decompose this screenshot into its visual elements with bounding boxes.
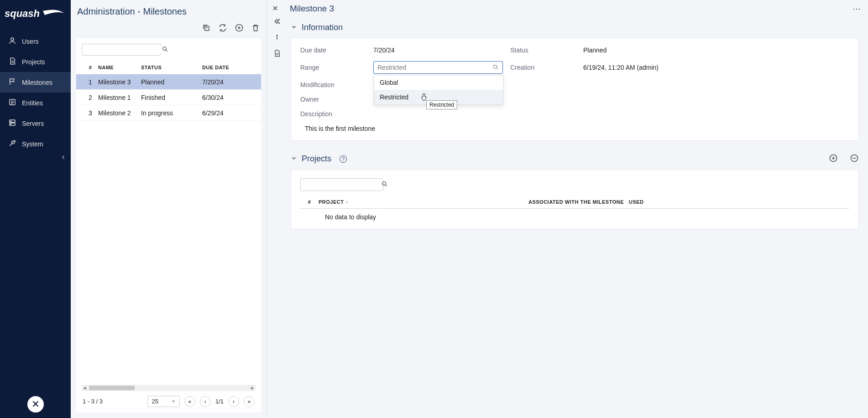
label-creation: Creation: [510, 64, 579, 71]
range-combobox[interactable]: Global Restricted: [373, 61, 503, 74]
search-input[interactable]: [304, 181, 381, 188]
sync-button[interactable]: [218, 23, 227, 34]
sidebar-item-label: Servers: [22, 120, 44, 127]
document-tab-button[interactable]: [273, 49, 281, 59]
help-icon[interactable]: ?: [340, 155, 347, 163]
pager-first-button[interactable]: «: [184, 396, 195, 407]
pager-indicator: 1/1: [215, 398, 224, 405]
pager-next-button[interactable]: ›: [228, 396, 239, 407]
svg-point-11: [494, 65, 497, 68]
label-description: Description: [300, 110, 849, 118]
col-due[interactable]: DUE DATE: [202, 65, 243, 70]
col-status[interactable]: STATUS: [141, 65, 202, 70]
col-idx[interactable]: #: [83, 65, 98, 70]
svg-point-6: [10, 124, 11, 124]
pager-range: 1 - 3 / 3: [83, 398, 103, 405]
list-icon: [8, 98, 16, 108]
detail-panel: Milestone 3 ⋯ Information Due date 7/20/…: [267, 0, 868, 418]
scrollbar-thumb[interactable]: [89, 386, 135, 390]
table-row[interactable]: 3 Milestone 2 In progress 6/29/24: [76, 105, 261, 121]
remove-project-button[interactable]: [850, 154, 859, 164]
information-card: Due date 7/20/24 Status Planned Range Gl…: [291, 38, 859, 141]
sidebar: squash Users Projects Milestones Entitie…: [0, 0, 71, 418]
sidebar-item-label: Entities: [22, 99, 43, 107]
projects-nodata-label: No data to display: [300, 209, 849, 221]
flag-icon: [8, 77, 16, 87]
value-description[interactable]: This is the first milestone: [300, 125, 849, 132]
table-row[interactable]: 2 Milestone 1 Finished 6/30/24: [76, 90, 261, 105]
label-owner: Owner: [300, 96, 369, 103]
label-modification: Modification: [300, 81, 369, 88]
section-header-information: Information: [291, 23, 859, 32]
range-tooltip: Restricted: [426, 100, 457, 109]
svg-point-1: [11, 38, 14, 41]
value-status[interactable]: Planned: [583, 46, 849, 54]
table-body: 1 Milestone 3 Planned 7/20/24 2 Mileston…: [76, 74, 261, 385]
sidebar-item-servers[interactable]: Servers: [0, 113, 71, 134]
more-menu-button[interactable]: ⋯: [852, 4, 862, 14]
col-idx[interactable]: #: [300, 199, 319, 205]
user-icon: [8, 36, 16, 46]
sidebar-item-label: Milestones: [22, 79, 52, 86]
pager: 1 - 3 / 3 25 « ‹ 1/1 › »: [76, 391, 261, 413]
svg-point-14: [382, 182, 386, 186]
col-associated[interactable]: ASSOCIATED WITH THE MILESTONE: [528, 199, 629, 205]
copy-button[interactable]: [202, 23, 211, 34]
add-button[interactable]: [235, 23, 244, 34]
search-icon: [162, 46, 168, 54]
range-option-global[interactable]: Global: [374, 75, 503, 90]
milestone-table-card: # NAME STATUS DUE DATE 1 Milestone 3 Pla…: [76, 38, 261, 413]
delete-button[interactable]: [251, 23, 260, 34]
sidebar-item-system[interactable]: System: [0, 134, 71, 154]
pager-prev-button[interactable]: ‹: [200, 396, 211, 407]
label-range: Range: [300, 64, 369, 71]
section-title: Information: [302, 23, 343, 32]
brand-logo: squash: [0, 0, 71, 31]
milestone-list-panel: Administration - Milestones # NAME STATU…: [71, 0, 267, 418]
table-header: # NAME STATUS DUE DATE: [76, 61, 261, 74]
sidebar-item-projects[interactable]: Projects: [0, 52, 71, 72]
col-project[interactable]: PROJECT↑: [319, 199, 528, 205]
page-size-select[interactable]: 25: [147, 396, 179, 407]
scroll-left-icon: ◀: [83, 386, 86, 390]
page-title: Administration - Milestones: [77, 6, 259, 17]
add-project-button[interactable]: [829, 154, 838, 164]
col-name[interactable]: NAME: [98, 65, 141, 70]
sidebar-item-label: Projects: [22, 58, 45, 66]
wrench-icon: [8, 139, 16, 149]
list-toolbar: [71, 21, 267, 38]
collapse-rail-button[interactable]: [273, 17, 281, 27]
svg-text:squash: squash: [5, 8, 40, 19]
sort-asc-icon: ↑: [345, 200, 348, 205]
value-due-date[interactable]: 7/20/24: [373, 46, 506, 54]
sidebar-item-milestones[interactable]: Milestones: [0, 72, 71, 93]
value-creation: 6/19/24, 11:20 AM (admin): [583, 64, 849, 71]
info-tab-button[interactable]: [273, 33, 281, 43]
chevron-down-icon[interactable]: [291, 155, 297, 163]
sidebar-close-button[interactable]: [27, 396, 44, 413]
label-due-date: Due date: [300, 46, 369, 54]
svg-point-10: [277, 35, 277, 36]
project-search[interactable]: [300, 178, 383, 191]
pager-last-button[interactable]: »: [244, 396, 255, 407]
sidebar-item-entities[interactable]: Entities: [0, 93, 71, 113]
close-detail-button[interactable]: [272, 5, 279, 13]
col-used[interactable]: USED: [629, 199, 661, 205]
sidebar-item-users[interactable]: Users: [0, 31, 71, 52]
detail-rail: [267, 14, 287, 418]
range-input[interactable]: [377, 64, 492, 71]
horizontal-scrollbar[interactable]: ◀ ▶: [82, 385, 256, 391]
search-icon: [381, 181, 388, 189]
table-row[interactable]: 1 Milestone 3 Planned 7/20/24: [76, 74, 261, 90]
section-title: Projects: [302, 154, 331, 164]
sidebar-collapse-button[interactable]: [61, 154, 66, 161]
detail-main: Information Due date 7/20/24 Status Plan…: [287, 14, 868, 418]
milestone-search[interactable]: [82, 44, 161, 56]
chevron-down-icon[interactable]: [291, 24, 297, 31]
close-icon: [31, 399, 41, 410]
projects-card: # PROJECT↑ ASSOCIATED WITH THE MILESTONE…: [291, 170, 859, 229]
detail-title: Milestone 3: [290, 4, 852, 14]
search-icon: [492, 64, 499, 72]
search-input[interactable]: [85, 46, 162, 53]
svg-point-5: [10, 121, 11, 121]
